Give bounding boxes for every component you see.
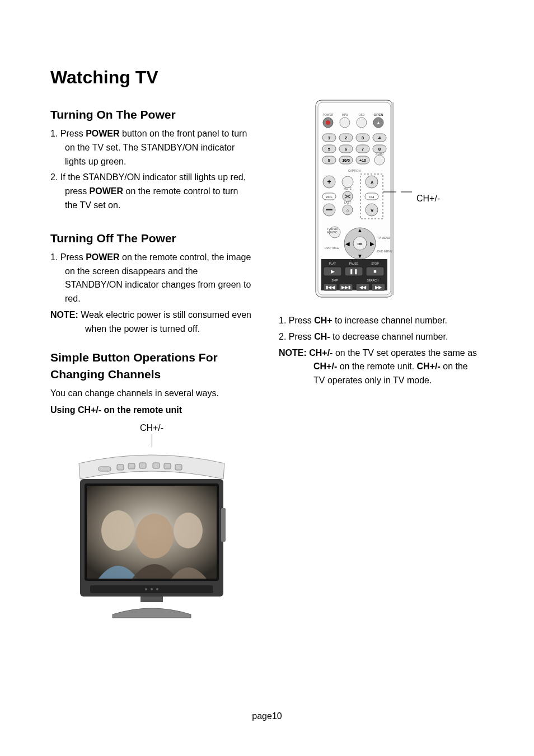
svg-point-11: [135, 514, 174, 558]
svg-text:OK: OK: [358, 242, 363, 246]
note-label: NOTE:: [279, 348, 309, 358]
svg-text:+10: +10: [359, 158, 366, 162]
svg-rect-17: [140, 597, 163, 602]
remote-figure: POWER MP3 OSD OPEN ▲ 1 2: [279, 98, 481, 299]
section-changing-heading-line1: Simple Button Operations For: [50, 351, 253, 364]
svg-rect-1: [117, 464, 124, 470]
power-label: POWER: [90, 186, 123, 196]
ch-step-1: 1. Press CH+ to increase channel number.: [279, 314, 481, 328]
ch-note: NOTE: CH+/- on the TV set operates the s…: [279, 346, 481, 388]
svg-text:AUX/PC: AUX/PC: [327, 231, 338, 234]
ch-pm-label: CH+/-: [309, 348, 332, 358]
svg-text:▼: ▼: [357, 253, 363, 259]
svg-text:CAPTION: CAPTION: [348, 169, 361, 172]
svg-rect-6: [175, 464, 182, 470]
svg-text:PLAY: PLAY: [329, 262, 336, 265]
turn-off-step-1: 1. Press POWER on the remote control, th…: [50, 251, 253, 306]
turn-on-step-1: 1. Press POWER button on the front panel…: [50, 127, 253, 168]
remote-osd-label: OSD: [359, 113, 365, 116]
remote-open-label: OPEN: [373, 113, 383, 116]
svg-point-14: [145, 588, 147, 590]
ch-plus-label: CH+: [314, 316, 332, 325]
svg-text:AUTO: AUTO: [376, 152, 383, 156]
svg-text:+: +: [327, 178, 331, 186]
svg-rect-0: [99, 467, 111, 471]
svg-text:2: 2: [345, 135, 348, 140]
svg-rect-18: [221, 508, 226, 542]
svg-point-16: [156, 588, 158, 590]
section-changing-heading-line2: Changing Channels: [50, 368, 253, 381]
text: 1. Press: [279, 316, 314, 325]
page: Watching TV Turning On The Power 1. Pres…: [0, 0, 534, 756]
svg-text:LAST: LAST: [344, 201, 352, 204]
svg-text:10/0: 10/0: [342, 158, 350, 162]
svg-text:PAUSE: PAUSE: [349, 262, 359, 265]
svg-text:6: 6: [345, 147, 348, 152]
svg-text:9: 9: [328, 158, 331, 163]
svg-text:DVD MENU: DVD MENU: [377, 250, 392, 253]
text: Weak electric power is still consumed ev…: [78, 310, 251, 334]
ch-pm-label: CH+/-: [313, 361, 337, 371]
svg-point-10: [101, 510, 135, 551]
svg-text:7: 7: [362, 147, 364, 152]
svg-text:4: 4: [378, 135, 381, 140]
svg-text:VOL: VOL: [326, 195, 333, 199]
svg-point-24: [340, 118, 350, 128]
svg-text:◀: ◀: [345, 241, 350, 247]
remote-mp3-label: MP3: [342, 113, 348, 116]
svg-text:∨: ∨: [370, 207, 374, 213]
page-number: page10: [0, 711, 534, 721]
ch-pm-label: CH+/-: [417, 361, 441, 371]
svg-point-49: [374, 155, 385, 165]
changing-sub: Using CH+/- on the remote unit: [50, 403, 253, 417]
text: 2. Press: [279, 332, 314, 341]
svg-text:5: 5: [328, 147, 331, 152]
left-column: Turning On The Power 1. Press POWER butt…: [50, 104, 253, 620]
svg-text:CH: CH: [369, 195, 374, 199]
svg-rect-5: [164, 463, 171, 469]
remote-power-label: POWER: [323, 113, 334, 116]
right-column: POWER MP3 OSD OPEN ▲ 1 2: [279, 104, 481, 620]
svg-rect-62: [326, 209, 332, 210]
svg-text:▮◀◀: ▮◀◀: [326, 285, 335, 290]
note-label: NOTE:: [50, 310, 78, 320]
svg-rect-4: [153, 463, 160, 468]
text: 1. Press: [50, 129, 86, 138]
remote-callout-line: [401, 98, 412, 299]
tv-figure: CH+/-: [50, 423, 253, 620]
svg-point-25: [357, 118, 367, 128]
svg-rect-2: [128, 463, 135, 469]
svg-point-54: [342, 176, 353, 187]
svg-text:SEARCH: SEARCH: [367, 279, 379, 282]
tv-ch-label: CH+/-: [140, 423, 163, 433]
svg-text:∧: ∧: [370, 179, 374, 185]
turn-on-step-2: 2. If the STANDBY/ON indicator still lig…: [50, 171, 253, 212]
power-label: POWER: [86, 129, 119, 138]
svg-text:1: 1: [328, 135, 331, 140]
ch-step-2: 2. Press CH- to decrease channel number.: [279, 330, 481, 344]
svg-text:DVD TITLE: DVD TITLE: [325, 246, 339, 250]
section-turn-off-heading: Turning Off The Power: [50, 232, 253, 245]
text: 1. Press: [50, 252, 86, 262]
svg-text:❚❚: ❚❚: [349, 269, 358, 275]
svg-text:MUTE: MUTE: [344, 187, 352, 190]
text: to increase channel number.: [332, 316, 447, 325]
remote-ch-label: CH+/-: [416, 194, 440, 204]
turn-off-note: NOTE: Weak electric power is still consu…: [50, 308, 253, 336]
text: on the TV set operates the same as: [332, 348, 477, 358]
changing-intro: You can change channels in several ways.: [50, 387, 253, 401]
svg-text:■: ■: [373, 269, 376, 274]
svg-text:◀◀: ◀◀: [359, 285, 367, 290]
svg-text:⌂: ⌂: [346, 208, 349, 212]
eject-icon: ▲: [376, 120, 381, 125]
svg-point-23: [326, 120, 330, 125]
svg-text:▲: ▲: [357, 227, 363, 233]
svg-text:3: 3: [362, 135, 364, 140]
svg-text:▶▶▮: ▶▶▮: [341, 285, 350, 290]
section-turn-on-heading: Turning On The Power: [50, 108, 253, 121]
remote-illustration: POWER MP3 OSD OPEN ▲ 1 2: [312, 98, 396, 299]
svg-text:STOP: STOP: [371, 262, 379, 265]
svg-rect-21: [391, 102, 394, 295]
ch-minus-label: CH-: [314, 332, 330, 341]
text: to decrease channel number.: [330, 332, 448, 341]
